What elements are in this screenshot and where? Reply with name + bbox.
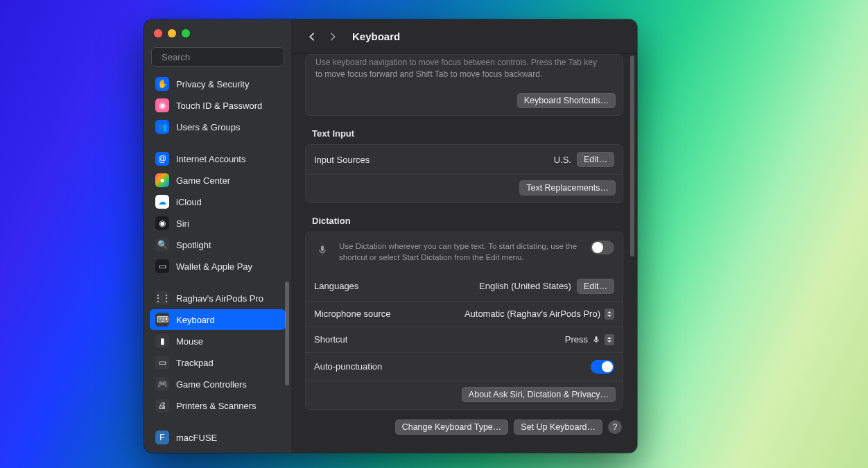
languages-value: English (United States) (479, 281, 571, 291)
fuse-icon: F (155, 431, 169, 444)
sidebar-item-label: Privacy & Security (176, 79, 249, 89)
microphone-icon (592, 336, 600, 344)
sidebar-item-label: Siri (176, 218, 189, 229)
gamecenter-icon: ● (155, 173, 169, 187)
dictation-heading: Dictation (312, 216, 620, 226)
page-title: Keyboard (352, 31, 400, 42)
input-sources-row: Input Sources U.S. Edit… (306, 145, 623, 174)
languages-row: Languages English (United States) Edit… (306, 272, 623, 301)
dictation-panel: Use Dictation wherever you can type text… (305, 232, 623, 409)
cloud-icon: ☁ (155, 195, 169, 209)
languages-label: Languages (314, 281, 358, 291)
updown-icon (605, 334, 614, 345)
help-button[interactable]: ? (608, 420, 622, 434)
sidebar-item-game-center[interactable]: ●Game Center (150, 170, 286, 191)
window-controls (144, 19, 291, 43)
controller-icon: 🎮 (155, 377, 169, 391)
input-sources-value: U.S. (554, 155, 571, 165)
sidebar-item-label: Spotlight (176, 240, 211, 250)
about-privacy-button[interactable]: About Ask Siri, Dictation & Privacy… (462, 387, 616, 402)
text-replacements-button[interactable]: Text Replacements… (519, 180, 616, 196)
titlebar: Keyboard (291, 19, 637, 54)
sidebar-item-label: Raghav's AirPods Pro (176, 293, 263, 304)
keyboard-shortcuts-button[interactable]: Keyboard Shortcuts… (517, 93, 616, 108)
printer-icon: 🖨 (155, 399, 169, 413)
close-icon[interactable] (154, 29, 162, 37)
sidebar-item-label: Printers & Scanners (176, 401, 257, 411)
trackpad-icon: ▭ (155, 356, 169, 370)
sidebar-item-label: Game Controllers (176, 379, 247, 390)
change-keyboard-type-button[interactable]: Change Keyboard Type… (395, 419, 509, 435)
shortcut-select[interactable]: Press (565, 334, 614, 345)
keyboard-icon: ⌨ (155, 313, 169, 327)
navigation-hint-line1: Use keyboard navigation to move focus be… (306, 55, 623, 69)
microphone-source-select[interactable]: Automatic (Raghav's AirPods Pro) (465, 309, 614, 320)
sidebar-item-game-controllers[interactable]: 🎮Game Controllers (150, 374, 286, 395)
microphone-source-label: Microphone source (314, 309, 391, 319)
system-settings-window: ✋Privacy & Security◉Touch ID & Password👥… (144, 19, 637, 453)
sidebar-item-label: Touch ID & Password (176, 101, 262, 111)
auto-punctuation-row: Auto-punctuation (306, 352, 623, 381)
sidebar-item-keyboard[interactable]: ⌨Keyboard (150, 309, 286, 330)
auto-punctuation-toggle[interactable] (591, 360, 614, 374)
input-sources-edit-button[interactable]: Edit… (577, 152, 614, 167)
sidebar-item-label: iCloud (176, 197, 202, 207)
search-icon: 🔍 (155, 238, 169, 252)
sidebar-item-mouse[interactable]: ▮Mouse (150, 331, 286, 352)
text-input-heading: Text Input (312, 128, 620, 139)
sidebar-item-printers-scanners[interactable]: 🖨Printers & Scanners (150, 395, 286, 416)
sidebar-item-siri[interactable]: ◉Siri (150, 213, 286, 234)
forward-button[interactable] (324, 28, 341, 45)
sidebar-item-label: Mouse (176, 336, 203, 347)
wallet-icon: ▭ (155, 259, 169, 273)
sidebar-item-users-groups[interactable]: 👥Users & Groups (150, 116, 286, 137)
microphone-icon (314, 242, 331, 259)
sidebar-item-wallet-apple-pay[interactable]: ▭Wallet & Apple Pay (150, 256, 286, 277)
sidebar-item-label: Wallet & Apple Pay (176, 261, 252, 272)
sidebar-item-trackpad[interactable]: ▭Trackpad (150, 352, 286, 373)
sidebar-item-label: macFUSE (176, 433, 217, 443)
users-icon: 👥 (155, 120, 169, 134)
sidebar-item-spotlight[interactable]: 🔍Spotlight (150, 234, 286, 255)
content-pane: Keyboard Use keyboard navigation to move… (291, 19, 637, 453)
chevron-right-icon (329, 32, 337, 42)
input-sources-label: Input Sources (314, 155, 370, 165)
sidebar-item-internet-accounts[interactable]: @Internet Accounts (150, 148, 286, 169)
airpods-icon: ⋮⋮ (155, 291, 169, 305)
zoom-icon[interactable] (182, 29, 190, 37)
dictation-toggle[interactable] (591, 241, 614, 254)
at-icon: @ (155, 152, 169, 166)
minimize-icon[interactable] (168, 29, 176, 37)
content-scrollbar[interactable] (630, 55, 634, 257)
search-input[interactable] (162, 52, 278, 62)
sidebar-item-macfuse[interactable]: FmacFUSE (150, 427, 286, 448)
desktop-background: ✋Privacy & Security◉Touch ID & Password👥… (0, 0, 868, 468)
siri-icon: ◉ (155, 216, 169, 230)
sidebar-item-label: Internet Accounts (176, 154, 245, 164)
hand-icon: ✋ (155, 77, 169, 91)
search-field[interactable] (151, 47, 284, 67)
sidebar-item-label: Keyboard (176, 315, 215, 325)
mouse-icon: ▮ (155, 334, 169, 348)
shortcut-row: Shortcut Press (306, 327, 623, 352)
auto-punctuation-label: Auto-punctuation (314, 361, 382, 372)
chevron-left-icon (308, 32, 316, 42)
sidebar-item-label: Trackpad (176, 358, 214, 368)
updown-icon (605, 309, 614, 320)
settings-sidebar: ✋Privacy & Security◉Touch ID & Password👥… (144, 19, 291, 453)
back-button[interactable] (304, 28, 320, 45)
text-input-panel: Input Sources U.S. Edit… Text Replacemen… (305, 144, 623, 203)
sidebar-item-raghav-s-airpods-pro[interactable]: ⋮⋮Raghav's AirPods Pro (150, 288, 286, 309)
sidebar-item-touch-id-password[interactable]: ◉Touch ID & Password (150, 95, 286, 116)
dictation-info-text: Use Dictation wherever you can type text… (339, 241, 582, 263)
setup-keyboard-button[interactable]: Set Up Keyboard… (514, 419, 602, 435)
languages-edit-button[interactable]: Edit… (577, 279, 614, 294)
sidebar-item-privacy-security[interactable]: ✋Privacy & Security (150, 73, 286, 94)
sidebar-item-icloud[interactable]: ☁iCloud (150, 191, 286, 212)
microphone-source-row: Microphone source Automatic (Raghav's Ai… (306, 301, 623, 327)
sidebar-item-label: Game Center (176, 175, 230, 186)
keyboard-navigation-panel: Use keyboard navigation to move focus be… (305, 54, 623, 116)
sidebar-scrollbar[interactable] (285, 281, 289, 385)
footer-actions: Change Keyboard Type… Set Up Keyboard… ? (305, 419, 623, 435)
sidebar-item-label: Users & Groups (176, 122, 240, 132)
